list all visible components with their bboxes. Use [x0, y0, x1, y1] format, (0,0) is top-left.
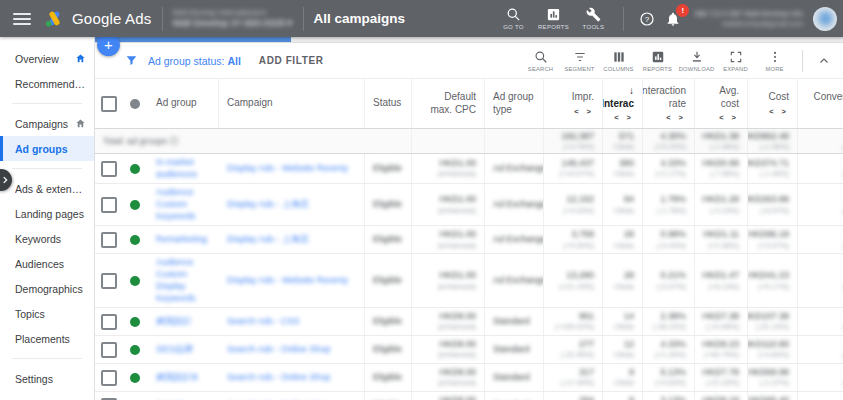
- status-dot-icon[interactable]: [130, 164, 140, 174]
- metric-value: 5.13%: [660, 367, 686, 378]
- cell-ad-group-type: [485, 129, 544, 153]
- campaign-link[interactable]: Search Ads - CSS: [227, 316, 300, 328]
- columns-button[interactable]: COLUMNS: [599, 50, 638, 72]
- sidebar-item-landing-pages[interactable]: Landing pages: [0, 201, 94, 226]
- filter-chip[interactable]: Ad group status: All: [148, 55, 241, 67]
- user-info[interactable]: 486 713 4 567 Wall Develop Info walldeve…: [694, 9, 803, 29]
- sidebar-item-keywords[interactable]: Keywords: [0, 226, 94, 251]
- sidebar-item-recommendations[interactable]: Recommendations: [0, 71, 94, 96]
- campaign-link[interactable]: Display Ads - 上海店: [227, 234, 309, 246]
- column-header-interaction-rate[interactable]: Interaction rate< >: [643, 79, 695, 128]
- account-selector[interactable]: Wall Develop International ▾ Wall Develo…: [173, 8, 293, 29]
- column-header-default-max-cpc[interactable]: Default max. CPC: [412, 79, 485, 128]
- cell-interaction-rate: 0.98%(-0.44%): [643, 226, 695, 253]
- table-row[interactable]: Audience Custom KeywordsDisplay Ads - 上海…: [95, 184, 843, 226]
- cpc-value: HKD1.00: [439, 194, 476, 205]
- campaign-link[interactable]: Display Ads - Website Reverty: [227, 163, 348, 175]
- ad-group-link[interactable]: 網頁設計: [156, 316, 192, 328]
- user-name: 486 713 4 567 Wall Develop Info: [694, 9, 803, 19]
- row-checkbox[interactable]: [101, 232, 117, 248]
- notifications-button[interactable]: !: [660, 6, 686, 32]
- column-header-ad-group-type[interactable]: Ad group type: [485, 79, 544, 128]
- campaign-link[interactable]: Search Ads - Online Shop: [227, 344, 331, 356]
- sidebar-item-overview[interactable]: Overview: [0, 46, 94, 71]
- avatar[interactable]: [813, 7, 837, 31]
- reports-button[interactable]: REPORTS: [638, 50, 677, 72]
- sidebar-item-topics[interactable]: Topics: [0, 301, 94, 326]
- tools-button[interactable]: TOOLS: [573, 7, 613, 30]
- column-header-interactions[interactable]: ↓ Interac< >: [603, 79, 643, 128]
- menu-icon[interactable]: [13, 13, 31, 25]
- chevron-right-icon: [0, 175, 10, 185]
- sidebar-item-settings[interactable]: Settings: [0, 366, 94, 391]
- reports-button[interactable]: REPORTS: [533, 7, 573, 30]
- add-filter-button[interactable]: ADD FILTER: [259, 55, 324, 66]
- row-checkbox[interactable]: [101, 273, 117, 289]
- status-dot-icon[interactable]: [130, 276, 140, 286]
- sidebar-item-ad-groups[interactable]: Ad groups: [0, 136, 94, 161]
- ad-group-link[interactable]: Audience Custom Display Keywords: [156, 257, 211, 304]
- sidebar-item-campaigns[interactable]: Campaigns: [0, 111, 94, 136]
- cell-status-dot: [122, 308, 148, 335]
- table-row[interactable]: Audience Custom Display KeywordsDisplay …: [95, 254, 843, 308]
- column-compare-toggles[interactable]: < >: [614, 113, 634, 122]
- metric-subvalue: (+21.15%): [559, 282, 594, 292]
- column-header-avg-cost[interactable]: Avg. cost< >: [695, 79, 748, 128]
- campaign-link[interactable]: Display Ads - 上海店: [227, 199, 309, 211]
- sidebar-item-demographics[interactable]: Demographics: [0, 276, 94, 301]
- row-checkbox[interactable]: [101, 342, 117, 358]
- search-button[interactable]: SEARCH: [521, 50, 560, 72]
- sidebar-item-placements[interactable]: Placements: [0, 326, 94, 351]
- cpc-subvalue: (enhanced): [438, 378, 476, 388]
- column-header-cost[interactable]: Cost< >: [748, 79, 798, 128]
- cell-status-dot: [122, 392, 148, 400]
- goto-button[interactable]: GO TO: [493, 7, 533, 30]
- cell-interaction-rate: 4.33%(+1.34%): [643, 336, 695, 363]
- column-header-conversions[interactable]: Conversions< >: [798, 79, 843, 128]
- sidebar-item-label: Landing pages: [15, 208, 86, 220]
- expand-button[interactable]: EXPAND: [716, 50, 755, 72]
- status-dot-icon[interactable]: [130, 373, 140, 383]
- sidebar-item-locations[interactable]: Locations: [0, 391, 94, 400]
- help-button[interactable]: ?: [634, 6, 660, 32]
- column-compare-toggles[interactable]: < >: [574, 107, 594, 116]
- column-header-impressions[interactable]: Impr.< >: [544, 79, 603, 128]
- table-row[interactable]: RemarketingDisplay Ads - 上海店EligibleHKD1…: [95, 226, 843, 254]
- column-compare-toggles[interactable]: < >: [666, 113, 686, 122]
- cell-impressions: 294(+12.64%): [544, 392, 603, 400]
- status-dot-icon[interactable]: [130, 345, 140, 355]
- more-button[interactable]: MORE: [755, 50, 794, 72]
- ad-group-link[interactable]: In-market audiences: [156, 157, 211, 180]
- row-checkbox[interactable]: [101, 197, 117, 213]
- segment-button[interactable]: SEGMENT: [560, 50, 599, 72]
- row-checkbox[interactable]: [101, 161, 117, 177]
- column-compare-toggles[interactable]: < >: [769, 107, 789, 116]
- table-row[interactable]: 網頁設計BSearch Ads - Online ShopEligibleHKD…: [95, 364, 843, 392]
- table-row[interactable]: 網頁設計Search Ads - CSSEligibleHKD8.00(enha…: [95, 308, 843, 336]
- ad-group-link[interactable]: SEO品牌: [156, 344, 193, 356]
- collapse-panel-button[interactable]: [811, 55, 837, 67]
- scrollbar-thumb[interactable]: [95, 37, 291, 42]
- status-dot-icon[interactable]: [130, 200, 140, 210]
- download-button[interactable]: DOWNLOAD: [677, 50, 716, 72]
- sidebar-item-audiences[interactable]: Audiences: [0, 251, 94, 276]
- row-checkbox[interactable]: [101, 314, 117, 330]
- ad-group-link[interactable]: Remarketing: [156, 234, 207, 246]
- metric-subvalue: (-38.24%): [653, 322, 686, 332]
- campaign-link[interactable]: Display Ads - Website Reverty: [227, 275, 348, 287]
- table-row[interactable]: SEO品牌Search Ads - Online ShopEligibleHKD…: [95, 336, 843, 364]
- column-header-ad-group[interactable]: Ad group: [148, 79, 219, 128]
- column-header-status[interactable]: Status: [365, 79, 412, 128]
- sidebar-item-ads-extensions[interactable]: Ads & extensions: [0, 176, 94, 201]
- status-dot-icon[interactable]: [130, 317, 140, 327]
- status-dot-icon[interactable]: [130, 235, 140, 245]
- campaign-link[interactable]: Search Ads - Online Shop: [227, 372, 331, 384]
- select-all-checkbox[interactable]: [101, 96, 117, 112]
- row-checkbox[interactable]: [101, 370, 117, 386]
- ad-group-link[interactable]: 網頁設計B: [156, 372, 198, 384]
- column-header-campaign[interactable]: Campaign: [219, 79, 365, 128]
- column-compare-toggles[interactable]: < >: [719, 113, 739, 122]
- table-row[interactable]: In-market audiencesDisplay Ads - Website…: [95, 154, 843, 184]
- ad-group-link[interactable]: Audience Custom Keywords: [156, 187, 211, 222]
- table-row[interactable]: GraphicSearch Ads - Online ShopEligibleH…: [95, 392, 843, 400]
